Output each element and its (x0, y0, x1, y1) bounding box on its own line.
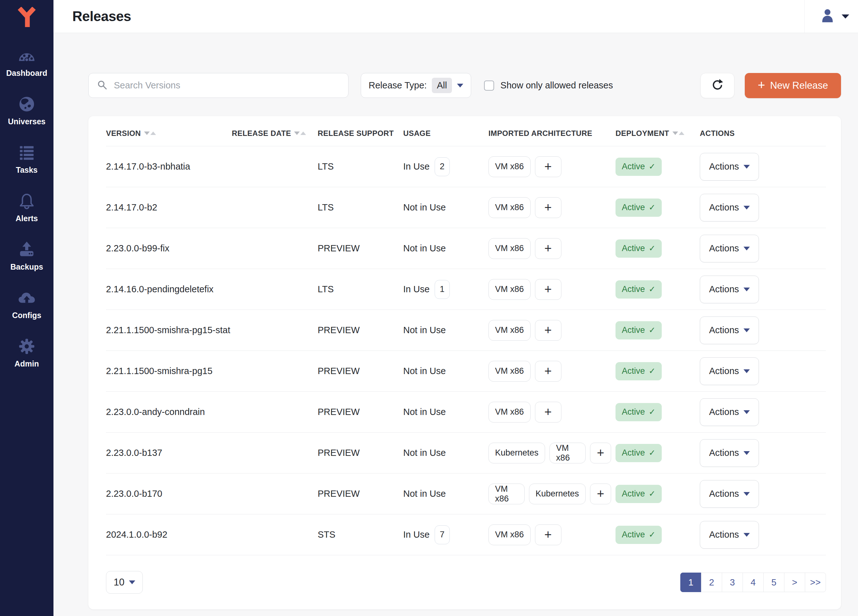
sidebar-item-tasks[interactable]: Tasks (0, 140, 53, 188)
actions-button[interactable]: Actions (700, 521, 759, 549)
actions-button[interactable]: Actions (700, 153, 759, 180)
architecture-chip[interactable]: VM x86 (488, 361, 531, 382)
usage-count-badge[interactable]: 2 (435, 157, 450, 176)
chevron-down-icon (743, 247, 750, 250)
usage-text: Not in Use (403, 448, 446, 458)
actions-cell: Actions (700, 398, 826, 426)
version-cell: 2.21.1.1500-smishra-pg15-stat (106, 325, 232, 335)
column-header-release-date[interactable]: RELEASE DATE (232, 129, 318, 138)
table-row: 2.23.0.0-b99-fix PREVIEW Not in Use VM x… (106, 228, 826, 269)
usage-cell: Not in Use (403, 366, 488, 376)
actions-button[interactable]: Actions (700, 194, 759, 221)
usage-count-badge[interactable]: 7 (435, 526, 450, 544)
page-button-3[interactable]: 3 (722, 572, 743, 592)
refresh-button[interactable] (700, 73, 734, 98)
search-input[interactable] (114, 80, 340, 90)
chevron-down-icon (743, 206, 750, 210)
actions-button[interactable]: Actions (700, 275, 759, 303)
version-cell: 2.21.1.1500-smishra-pg15 (106, 366, 232, 376)
check-icon: ✓ (649, 530, 656, 540)
add-architecture-button[interactable]: + (535, 197, 561, 218)
actions-button[interactable]: Actions (700, 358, 759, 385)
actions-cell: Actions (700, 358, 826, 385)
user-menu-button[interactable] (820, 8, 849, 25)
add-architecture-button[interactable]: + (590, 443, 611, 464)
sidebar-item-label: Dashboard (6, 68, 48, 78)
add-architecture-button[interactable]: + (535, 320, 561, 341)
check-icon: ✓ (649, 448, 656, 458)
page-button-5[interactable]: 5 (763, 572, 784, 592)
add-architecture-button[interactable]: + (535, 524, 561, 545)
search-box (89, 73, 348, 98)
usage-cell: In Use 1 (403, 280, 488, 299)
last-page-button[interactable]: >> (805, 572, 826, 592)
release-support-cell: STS (318, 529, 403, 540)
usage-count-badge[interactable]: 1 (435, 280, 450, 299)
add-architecture-button[interactable]: + (535, 279, 561, 300)
release-support-cell: LTS (318, 284, 403, 294)
architecture-chip[interactable]: VM x86 (488, 238, 531, 259)
sidebar-item-dashboard[interactable]: Dashboard (0, 43, 53, 91)
architecture-chip[interactable]: VM x86 (488, 197, 531, 218)
actions-button[interactable]: Actions (700, 316, 759, 344)
architecture-cell: VM x86 + (488, 524, 616, 545)
architecture-chip[interactable]: VM x86 (488, 484, 525, 504)
architecture-chip[interactable]: VM x86 (488, 524, 531, 545)
usage-text: Not in Use (403, 366, 446, 376)
actions-cell: Actions (700, 235, 826, 262)
architecture-chip[interactable]: VM x86 (488, 156, 531, 177)
usage-cell: Not in Use (403, 407, 488, 417)
actions-button[interactable]: Actions (700, 439, 759, 467)
column-header-release-support: RELEASE SUPPORT (318, 129, 403, 138)
actions-button[interactable]: Actions (700, 398, 759, 426)
usage-text: Not in Use (403, 325, 446, 335)
architecture-chip[interactable]: VM x86 (488, 320, 531, 341)
deployment-status-badge: Active✓ (616, 444, 662, 462)
column-header-deployment[interactable]: DEPLOYMENT (616, 129, 700, 138)
chevron-down-icon (743, 451, 750, 455)
usage-cell: In Use 7 (403, 526, 488, 544)
actions-cell: Actions (700, 316, 826, 344)
show-allowed-checkbox[interactable] (484, 81, 494, 90)
release-support-cell: PREVIEW (318, 366, 403, 376)
page-button-4[interactable]: 4 (743, 572, 764, 592)
architecture-chip[interactable]: VM x86 (488, 402, 531, 423)
version-cell: 2.14.17.0-b3-nbhatia (106, 162, 232, 172)
architecture-chip[interactable]: VM x86 (549, 443, 586, 464)
globe-icon (16, 94, 37, 115)
usage-cell: Not in Use (403, 243, 488, 254)
sidebar-item-backups[interactable]: Backups (0, 236, 53, 285)
page-size-dropdown[interactable]: 10 (106, 571, 143, 594)
sidebar-item-admin[interactable]: Admin (0, 333, 53, 382)
chevron-down-icon (842, 14, 849, 19)
add-architecture-button[interactable]: + (590, 484, 611, 504)
actions-button[interactable]: Actions (700, 235, 759, 262)
chevron-down-icon (457, 84, 463, 87)
sidebar-item-label: Admin (14, 359, 39, 369)
deployment-cell: Active✓ (616, 321, 700, 339)
actions-button[interactable]: Actions (700, 480, 759, 508)
check-icon: ✓ (649, 366, 656, 376)
sidebar-item-alerts[interactable]: Alerts (0, 188, 53, 236)
table-row: 2.21.1.1500-smishra-pg15-stat PREVIEW No… (106, 310, 826, 351)
architecture-chip[interactable]: Kubernetes (529, 484, 586, 504)
add-architecture-button[interactable]: + (535, 156, 561, 177)
deployment-status-badge: Active✓ (616, 485, 662, 503)
new-release-button[interactable]: + New Release (745, 73, 841, 98)
add-architecture-button[interactable]: + (535, 361, 561, 382)
add-architecture-button[interactable]: + (535, 238, 561, 259)
check-icon: ✓ (649, 162, 656, 171)
release-support-cell: PREVIEW (318, 325, 403, 335)
usage-text: Not in Use (403, 243, 446, 254)
release-type-filter[interactable]: Release Type: All (361, 73, 471, 98)
sidebar-item-universes[interactable]: Universes (0, 91, 53, 140)
column-header-version[interactable]: VERSION (106, 129, 232, 138)
add-architecture-button[interactable]: + (535, 402, 561, 423)
architecture-chip[interactable]: Kubernetes (488, 443, 545, 464)
next-page-button[interactable]: > (784, 572, 805, 592)
page-button-1[interactable]: 1 (680, 572, 701, 592)
architecture-chip[interactable]: VM x86 (488, 279, 531, 300)
page-button-2[interactable]: 2 (701, 572, 722, 592)
yugabyte-logo-icon[interactable] (0, 0, 53, 28)
sidebar-item-configs[interactable]: Configs (0, 285, 53, 333)
